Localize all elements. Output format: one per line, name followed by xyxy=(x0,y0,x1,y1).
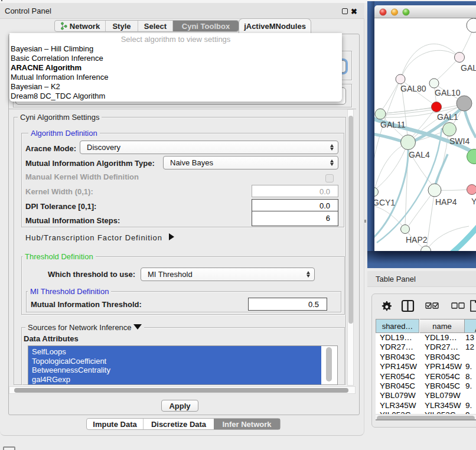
svg-text:GAL4: GAL4 xyxy=(409,150,430,159)
svg-text:HAP2: HAP2 xyxy=(406,235,428,244)
svg-text:Y: Y xyxy=(471,197,476,206)
svg-text:HAP4: HAP4 xyxy=(435,197,457,207)
svg-text:GCY1: GCY1 xyxy=(374,198,395,207)
svg-text:GAL11: GAL11 xyxy=(380,120,406,129)
svg-text:GAL10: GAL10 xyxy=(435,88,461,97)
svg-text:SWI4: SWI4 xyxy=(449,136,470,146)
svg-text:GAL1: GAL1 xyxy=(437,112,458,122)
svg-text:GAL80: GAL80 xyxy=(400,84,426,93)
svg-text:GAL: GAL xyxy=(461,63,476,73)
